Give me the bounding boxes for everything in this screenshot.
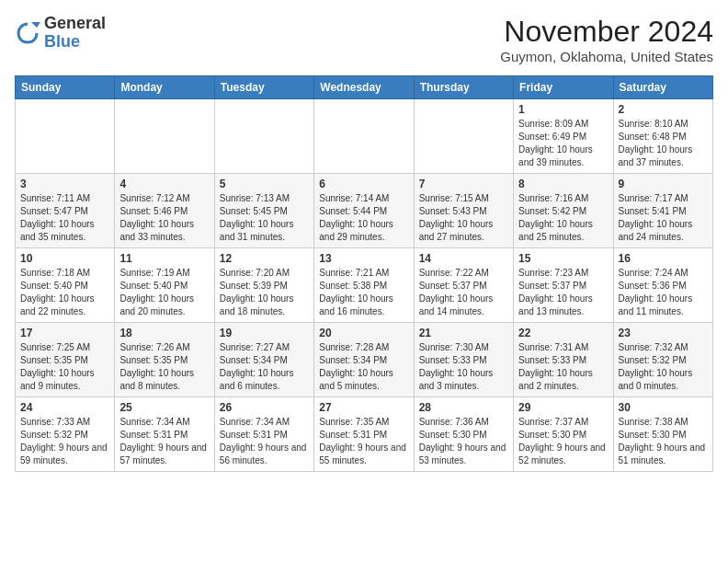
calendar-cell: 7Sunrise: 7:15 AM Sunset: 5:43 PM Daylig…	[414, 174, 513, 248]
calendar-cell: 29Sunrise: 7:37 AM Sunset: 5:30 PM Dayli…	[514, 397, 613, 472]
day-info: Sunrise: 7:20 AM Sunset: 5:39 PM Dayligh…	[220, 267, 309, 318]
day-number: 6	[319, 178, 408, 190]
calendar-cell: 4Sunrise: 7:12 AM Sunset: 5:46 PM Daylig…	[115, 174, 214, 248]
logo: General Blue	[15, 15, 106, 52]
calendar-cell: 8Sunrise: 7:16 AM Sunset: 5:42 PM Daylig…	[514, 174, 613, 248]
calendar-week-row: 10Sunrise: 7:18 AM Sunset: 5:40 PM Dayli…	[16, 248, 713, 323]
day-info: Sunrise: 7:15 AM Sunset: 5:43 PM Dayligh…	[419, 192, 508, 244]
calendar-cell: 22Sunrise: 7:31 AM Sunset: 5:33 PM Dayli…	[514, 323, 613, 397]
day-number: 29	[518, 401, 608, 414]
calendar-cell: 28Sunrise: 7:36 AM Sunset: 5:30 PM Dayli…	[414, 397, 513, 472]
calendar-cell: 23Sunrise: 7:32 AM Sunset: 5:32 PM Dayli…	[613, 323, 712, 397]
day-info: Sunrise: 7:26 AM Sunset: 5:35 PM Dayligh…	[119, 341, 209, 393]
weekday-header: Monday	[115, 76, 214, 99]
calendar-table: SundayMondayTuesdayWednesdayThursdayFrid…	[15, 75, 713, 472]
day-number: 26	[220, 401, 309, 414]
day-info: Sunrise: 7:28 AM Sunset: 5:34 PM Dayligh…	[319, 341, 408, 393]
calendar-cell: 16Sunrise: 7:24 AM Sunset: 5:36 PM Dayli…	[613, 248, 712, 323]
calendar-week-row: 17Sunrise: 7:25 AM Sunset: 5:35 PM Dayli…	[16, 323, 713, 397]
day-info: Sunrise: 7:23 AM Sunset: 5:37 PM Dayligh…	[518, 267, 608, 318]
day-number: 9	[619, 178, 708, 190]
location: Guymon, Oklahoma, United States	[500, 49, 713, 64]
day-number: 5	[220, 178, 309, 190]
calendar-cell	[214, 99, 313, 174]
day-info: Sunrise: 7:11 AM Sunset: 5:47 PM Dayligh…	[20, 192, 109, 244]
day-info: Sunrise: 7:30 AM Sunset: 5:33 PM Dayligh…	[419, 341, 508, 393]
day-info: Sunrise: 7:24 AM Sunset: 5:36 PM Dayligh…	[619, 267, 708, 318]
logo-blue: Blue	[44, 33, 106, 52]
calendar-cell	[16, 99, 115, 174]
month-title: November 2024	[500, 15, 713, 49]
page-header: General Blue November 2024 Guymon, Oklah…	[15, 15, 713, 64]
calendar-cell: 5Sunrise: 7:13 AM Sunset: 5:45 PM Daylig…	[214, 174, 313, 248]
calendar-cell: 18Sunrise: 7:26 AM Sunset: 5:35 PM Dayli…	[115, 323, 214, 397]
weekday-header: Tuesday	[214, 76, 313, 99]
day-info: Sunrise: 7:31 AM Sunset: 5:33 PM Dayligh…	[518, 341, 608, 393]
calendar-cell: 30Sunrise: 7:38 AM Sunset: 5:30 PM Dayli…	[613, 397, 712, 472]
calendar-cell: 9Sunrise: 7:17 AM Sunset: 5:41 PM Daylig…	[613, 174, 712, 248]
day-number: 20	[319, 327, 408, 339]
day-number: 3	[20, 178, 109, 190]
day-number: 22	[518, 327, 608, 339]
weekday-header: Sunday	[16, 76, 115, 99]
calendar-cell	[115, 99, 214, 174]
calendar-header-row: SundayMondayTuesdayWednesdayThursdayFrid…	[16, 76, 713, 99]
day-info: Sunrise: 7:27 AM Sunset: 5:34 PM Dayligh…	[220, 341, 309, 393]
day-info: Sunrise: 7:21 AM Sunset: 5:38 PM Dayligh…	[319, 267, 408, 318]
day-info: Sunrise: 7:14 AM Sunset: 5:44 PM Dayligh…	[319, 192, 408, 244]
day-info: Sunrise: 7:37 AM Sunset: 5:30 PM Dayligh…	[518, 416, 608, 467]
calendar-week-row: 3Sunrise: 7:11 AM Sunset: 5:47 PM Daylig…	[16, 174, 713, 248]
day-number: 13	[319, 252, 408, 265]
day-number: 4	[119, 178, 209, 190]
day-number: 19	[220, 327, 309, 339]
day-info: Sunrise: 7:25 AM Sunset: 5:35 PM Dayligh…	[20, 341, 109, 393]
day-info: Sunrise: 7:13 AM Sunset: 5:45 PM Dayligh…	[220, 192, 309, 244]
calendar-cell: 24Sunrise: 7:33 AM Sunset: 5:32 PM Dayli…	[16, 397, 115, 472]
calendar-cell: 21Sunrise: 7:30 AM Sunset: 5:33 PM Dayli…	[414, 323, 513, 397]
day-info: Sunrise: 7:18 AM Sunset: 5:40 PM Dayligh…	[20, 267, 109, 318]
day-info: Sunrise: 7:19 AM Sunset: 5:40 PM Dayligh…	[119, 267, 209, 318]
weekday-header: Thursday	[414, 76, 513, 99]
calendar-cell: 25Sunrise: 7:34 AM Sunset: 5:31 PM Dayli…	[115, 397, 214, 472]
calendar-cell: 17Sunrise: 7:25 AM Sunset: 5:35 PM Dayli…	[16, 323, 115, 397]
day-info: Sunrise: 7:35 AM Sunset: 5:31 PM Dayligh…	[319, 416, 408, 467]
calendar-cell: 26Sunrise: 7:34 AM Sunset: 5:31 PM Dayli…	[214, 397, 313, 472]
day-info: Sunrise: 7:34 AM Sunset: 5:31 PM Dayligh…	[220, 416, 309, 467]
calendar-cell: 27Sunrise: 7:35 AM Sunset: 5:31 PM Dayli…	[314, 397, 414, 472]
calendar-cell: 13Sunrise: 7:21 AM Sunset: 5:38 PM Dayli…	[314, 248, 414, 323]
day-number: 2	[619, 103, 708, 116]
day-number: 12	[220, 252, 309, 265]
calendar-cell: 2Sunrise: 8:10 AM Sunset: 6:48 PM Daylig…	[613, 99, 712, 174]
day-number: 15	[518, 252, 608, 265]
day-info: Sunrise: 7:16 AM Sunset: 5:42 PM Dayligh…	[518, 192, 608, 244]
weekday-header: Friday	[514, 76, 613, 99]
calendar-cell: 11Sunrise: 7:19 AM Sunset: 5:40 PM Dayli…	[115, 248, 214, 323]
day-number: 21	[419, 327, 508, 339]
logo-general: General	[44, 15, 106, 33]
calendar-cell: 15Sunrise: 7:23 AM Sunset: 5:37 PM Dayli…	[514, 248, 613, 323]
day-number: 18	[119, 327, 209, 339]
calendar-cell: 19Sunrise: 7:27 AM Sunset: 5:34 PM Dayli…	[214, 323, 313, 397]
calendar-cell: 10Sunrise: 7:18 AM Sunset: 5:40 PM Dayli…	[16, 248, 115, 323]
day-number: 27	[319, 401, 408, 414]
day-info: Sunrise: 7:12 AM Sunset: 5:46 PM Dayligh…	[119, 192, 209, 244]
day-info: Sunrise: 8:09 AM Sunset: 6:49 PM Dayligh…	[518, 118, 608, 169]
calendar-cell	[314, 99, 414, 174]
day-number: 1	[518, 103, 608, 116]
day-info: Sunrise: 7:38 AM Sunset: 5:30 PM Dayligh…	[619, 416, 708, 467]
calendar-cell: 20Sunrise: 7:28 AM Sunset: 5:34 PM Dayli…	[314, 323, 414, 397]
day-number: 7	[419, 178, 508, 190]
day-info: Sunrise: 8:10 AM Sunset: 6:48 PM Dayligh…	[619, 118, 708, 169]
day-number: 14	[419, 252, 508, 265]
calendar-week-row: 1Sunrise: 8:09 AM Sunset: 6:49 PM Daylig…	[16, 99, 713, 174]
day-number: 8	[518, 178, 608, 190]
weekday-header: Saturday	[613, 76, 712, 99]
day-number: 30	[619, 401, 708, 414]
calendar-cell: 6Sunrise: 7:14 AM Sunset: 5:44 PM Daylig…	[314, 174, 414, 248]
day-info: Sunrise: 7:36 AM Sunset: 5:30 PM Dayligh…	[419, 416, 508, 467]
day-number: 24	[20, 401, 109, 414]
calendar-cell: 1Sunrise: 8:09 AM Sunset: 6:49 PM Daylig…	[514, 99, 613, 174]
calendar-cell: 3Sunrise: 7:11 AM Sunset: 5:47 PM Daylig…	[16, 174, 115, 248]
day-info: Sunrise: 7:22 AM Sunset: 5:37 PM Dayligh…	[419, 267, 508, 318]
day-number: 25	[119, 401, 209, 414]
